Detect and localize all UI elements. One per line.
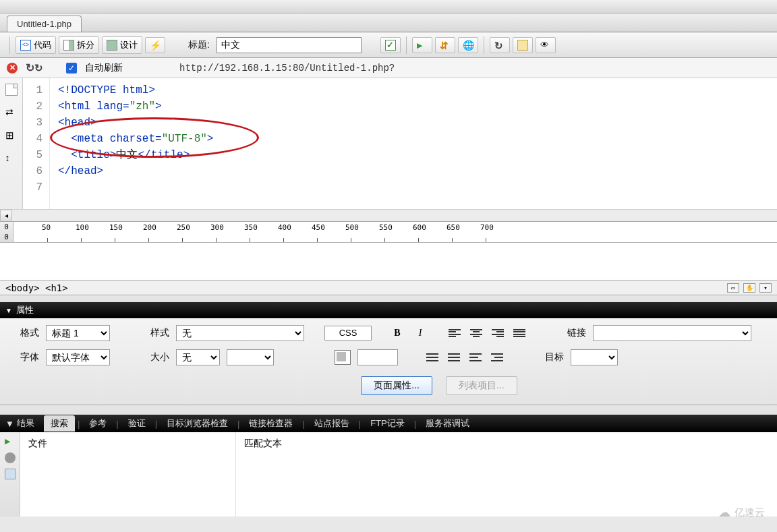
hand-tool-icon[interactable]: ✋ xyxy=(743,283,755,293)
refresh-button[interactable] xyxy=(490,37,510,53)
save-icon[interactable] xyxy=(5,469,16,479)
code-label: 代码 xyxy=(34,39,51,51)
auto-refresh-checkbox[interactable]: ✓ xyxy=(66,63,77,73)
file-tab[interactable]: Untitled-1.php xyxy=(7,16,82,32)
tab-browser-check[interactable]: 目标浏览器检查 xyxy=(160,415,235,432)
text-color-picker[interactable] xyxy=(335,350,351,365)
updown-icon xyxy=(440,40,451,51)
code-editor: 1234567 <!DOCTYPE html> <html lang="zh">… xyxy=(0,78,777,209)
tab-ftp-log[interactable]: FTP记录 xyxy=(364,415,411,432)
link-select[interactable] xyxy=(593,325,751,341)
options-button[interactable] xyxy=(513,37,533,53)
run-icon[interactable] xyxy=(5,436,16,447)
ordered-list-button[interactable] xyxy=(447,351,461,364)
align-justify-button[interactable] xyxy=(512,326,527,340)
target-select[interactable] xyxy=(571,349,618,365)
refresh-icon-small[interactable]: ↻ xyxy=(26,61,43,74)
tag-selector-path: <body> <h1> ▭ ✋ ▾ xyxy=(0,280,777,295)
stop-icon[interactable]: ✕ xyxy=(7,63,18,73)
check-icon xyxy=(385,40,396,51)
tab-search[interactable]: 搜索 xyxy=(44,415,75,432)
scroll-left-button[interactable]: ◂ xyxy=(0,210,12,222)
select-icon[interactable] xyxy=(5,129,18,142)
code-icon xyxy=(20,40,31,51)
collapse-icon[interactable] xyxy=(5,152,18,165)
font-label: 字体 xyxy=(13,351,39,363)
url-display: http://192.168.1.15:80/Untitled-1.php? xyxy=(179,63,395,73)
link-label: 链接 xyxy=(560,327,586,339)
design-view-button[interactable]: 设计 xyxy=(102,36,142,54)
preview-button[interactable] xyxy=(412,37,432,53)
code-text-area[interactable]: <!DOCTYPE html> <html lang="zh"> <head> … xyxy=(50,78,777,209)
unordered-list-button[interactable] xyxy=(425,351,440,364)
tab-reference[interactable]: 参考 xyxy=(82,415,113,432)
tab-site-report[interactable]: 站点报告 xyxy=(308,415,356,432)
collapse-triangle-icon: ▼ xyxy=(5,307,12,314)
page-properties-button[interactable]: 页面属性... xyxy=(361,376,432,395)
size-unit-select[interactable] xyxy=(227,349,274,365)
color-input[interactable] xyxy=(357,349,398,365)
tag-path-text[interactable]: <body> <h1> xyxy=(5,283,68,293)
eye-icon xyxy=(540,40,551,51)
code-view-button[interactable]: 代码 xyxy=(16,36,56,54)
properties-panel: 格式 标题 1 样式 无 CSS B I 链接 字体 默认字体 大小 无 目标 xyxy=(0,318,777,405)
document-tab-bar: Untitled-1.php xyxy=(0,13,777,32)
ruler: 00 5010015020025030035040045050055060065… xyxy=(0,221,777,243)
ruler-origin: 00 xyxy=(0,222,13,242)
wrap-icon[interactable] xyxy=(5,107,18,119)
font-select[interactable]: 默认字体 xyxy=(46,349,110,365)
results-panel-body: 文件 匹配文本 xyxy=(0,432,777,516)
results-toolbar xyxy=(0,432,20,516)
title-field-label: 标题: xyxy=(188,39,210,51)
window-titlebar xyxy=(0,0,777,13)
style-label: 样式 xyxy=(144,327,169,339)
stop-icon[interactable] xyxy=(5,452,16,463)
tab-validate[interactable]: 验证 xyxy=(121,415,152,432)
refresh-icon xyxy=(494,40,505,51)
main-toolbar: 代码 拆分 设计 标题: xyxy=(0,32,777,58)
file-sync-button[interactable] xyxy=(435,37,455,53)
zoom-dropdown[interactable]: ▾ xyxy=(759,283,772,293)
play-icon xyxy=(417,40,428,51)
validate-button[interactable] xyxy=(380,37,401,53)
align-left-button[interactable] xyxy=(447,326,462,340)
horizontal-scrollbar[interactable]: ◂ xyxy=(0,209,777,221)
watermark: ☁ 亿速云 xyxy=(718,505,765,520)
split-view-button[interactable]: 拆分 xyxy=(59,36,99,54)
design-label: 设计 xyxy=(120,39,138,51)
properties-panel-header[interactable]: ▼ 属性 xyxy=(0,302,777,318)
browser-button[interactable] xyxy=(458,37,478,53)
address-bar: ✕ ↻ ✓ 自动刷新 http://192.168.1.15:80/Untitl… xyxy=(0,58,777,78)
list-item-button[interactable]: 列表项目... xyxy=(446,376,517,395)
results-col-match: 匹配文本 xyxy=(236,432,290,516)
target-label: 目标 xyxy=(538,351,564,363)
align-center-button[interactable] xyxy=(469,326,484,340)
cloud-icon: ☁ xyxy=(718,505,730,520)
results-label: 结果 xyxy=(17,417,34,430)
css-button[interactable]: CSS xyxy=(324,326,372,341)
live-view-button[interactable] xyxy=(145,37,165,53)
line-numbers: 1234567 xyxy=(23,78,50,209)
tab-server-debug[interactable]: 服务器调试 xyxy=(419,415,476,432)
collapse-triangle-icon[interactable]: ▼ xyxy=(5,419,14,429)
tab-link-checker[interactable]: 链接检查器 xyxy=(242,415,299,432)
bolt-icon xyxy=(150,40,161,51)
visual-aids-button[interactable] xyxy=(536,37,556,53)
results-panel-header: ▼ 结果 搜索 | 参考 | 验证 | 目标浏览器检查 | 链接检查器 | 站点… xyxy=(0,415,777,432)
italic-button[interactable]: I xyxy=(412,326,428,341)
align-right-button[interactable] xyxy=(490,326,505,340)
size-select[interactable]: 无 xyxy=(176,349,220,365)
style-select[interactable]: 无 xyxy=(176,325,304,341)
page-title-input[interactable] xyxy=(217,37,362,53)
select-tool-icon[interactable]: ▭ xyxy=(727,283,739,293)
outdent-button[interactable] xyxy=(468,351,483,364)
new-doc-icon[interactable] xyxy=(5,84,18,96)
indent-button[interactable] xyxy=(490,351,505,364)
design-view-area[interactable] xyxy=(0,243,777,280)
size-label: 大小 xyxy=(144,351,169,363)
bold-button[interactable]: B xyxy=(389,326,405,341)
format-select[interactable]: 标题 1 xyxy=(46,325,110,341)
results-col-file: 文件 xyxy=(20,432,236,516)
list-icon xyxy=(517,40,528,51)
split-icon xyxy=(63,40,74,51)
